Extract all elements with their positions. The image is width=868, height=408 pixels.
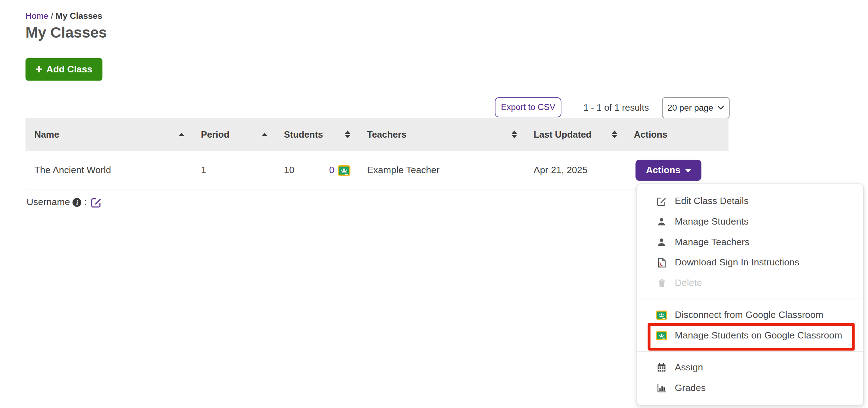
user-icon <box>656 237 667 246</box>
column-label: Students <box>284 129 323 140</box>
google-classroom-icon[interactable] <box>338 165 351 176</box>
add-class-label: Add Class <box>46 64 92 75</box>
user-icon <box>656 217 667 226</box>
username-line: Username i: <box>27 197 102 208</box>
menu-item-manage-students-google-classroom[interactable]: Manage Students on Google Classroom <box>637 325 863 346</box>
pdf-icon <box>656 258 667 268</box>
menu-item-label: Delete <box>675 277 702 288</box>
breadcrumb-separator: / <box>51 11 55 20</box>
menu-item-manage-students[interactable]: Manage Students <box>637 211 863 232</box>
trash-icon <box>656 279 667 287</box>
menu-item-label: Manage Students <box>675 216 749 227</box>
column-header-students[interactable]: Students <box>275 118 358 151</box>
chevron-down-icon <box>718 106 725 110</box>
sort-both-icon <box>345 131 351 138</box>
breadcrumb-current: My Classes <box>55 11 102 20</box>
cell-class-name: The Ancient World <box>26 151 192 190</box>
cell-teachers: Example Teacher <box>358 151 525 190</box>
google-classroom-students-link[interactable]: 0 <box>329 165 335 176</box>
column-label: Period <box>201 129 229 140</box>
menu-item-label: Download Sign In Instructions <box>675 257 799 268</box>
menu-item-label: Grades <box>675 382 706 393</box>
menu-item-disconnect-google-classroom[interactable]: Disconnect from Google Classroom <box>637 305 863 325</box>
column-label: Actions <box>634 129 667 140</box>
menu-item-assign[interactable]: Assign <box>637 357 863 378</box>
cell-period: 1 <box>192 151 275 190</box>
sort-both-icon <box>511 131 517 138</box>
menu-item-label: Edit Class Details <box>675 195 749 206</box>
add-class-button[interactable]: ✚ Add Class <box>26 58 103 81</box>
username-label: Username <box>27 197 70 208</box>
column-header-teachers[interactable]: Teachers <box>358 118 525 151</box>
actions-dropdown-menu: Edit Class Details Manage Students Manag… <box>637 183 864 405</box>
bar-chart-icon <box>656 384 667 392</box>
actions-dropdown-button[interactable]: Actions <box>635 160 701 181</box>
username-colon: : <box>85 197 87 208</box>
table-header: Name Period Students Teachers Last Updat… <box>26 118 729 151</box>
page-title: My Classes <box>26 24 107 42</box>
column-header-name[interactable]: Name <box>26 118 192 151</box>
plus-icon: ✚ <box>36 65 43 73</box>
column-label: Teachers <box>367 129 406 140</box>
caret-down-icon <box>685 169 691 172</box>
table-row: The Ancient World 1 10 0 Example Teacher… <box>26 151 729 191</box>
cell-students: 10 0 <box>275 151 358 190</box>
export-csv-button[interactable]: Export to CSV <box>495 97 561 117</box>
my-classes-page: Home / My Classes My Classes ✚ Add Class… <box>0 0 868 408</box>
column-label: Name <box>34 129 59 140</box>
column-header-period[interactable]: Period <box>192 118 275 151</box>
edit-icon <box>656 196 667 206</box>
menu-item-label: Manage Teachers <box>675 236 749 247</box>
students-count: 10 <box>284 165 294 176</box>
cell-last-updated: Apr 21, 2025 <box>525 151 625 190</box>
sort-asc-icon <box>179 133 184 136</box>
google-classroom-icon <box>656 310 667 320</box>
per-page-select[interactable]: 20 per page <box>662 97 729 118</box>
menu-item-label: Assign <box>675 362 703 373</box>
menu-divider <box>637 351 863 352</box>
column-header-actions: Actions <box>625 118 728 151</box>
column-label: Last Updated <box>534 129 592 140</box>
per-page-value: 20 per page <box>667 103 713 113</box>
menu-item-download-sign-in-instructions[interactable]: Download Sign In Instructions <box>637 252 863 273</box>
sort-asc-icon <box>262 133 267 136</box>
menu-divider <box>637 299 863 299</box>
calendar-icon <box>656 363 667 372</box>
menu-item-label: Manage Students on Google Classroom <box>675 330 842 341</box>
info-circle-icon[interactable]: i <box>73 198 82 207</box>
menu-item-grades[interactable]: Grades <box>637 378 863 398</box>
breadcrumb-home-link[interactable]: Home <box>26 11 48 20</box>
menu-item-manage-teachers[interactable]: Manage Teachers <box>637 232 863 252</box>
edit-username-icon[interactable] <box>91 197 102 208</box>
breadcrumb: Home / My Classes <box>26 11 102 21</box>
menu-item-edit-class-details[interactable]: Edit Class Details <box>637 191 863 211</box>
actions-button-label: Actions <box>646 165 680 176</box>
results-count: 1 - 1 of 1 results <box>576 97 657 117</box>
column-header-last-updated[interactable]: Last Updated <box>525 118 625 151</box>
menu-item-label: Disconnect from Google Classroom <box>675 309 823 320</box>
google-classroom-icon <box>656 330 667 340</box>
sort-both-icon <box>612 131 617 138</box>
menu-item-delete: Delete <box>637 272 863 293</box>
